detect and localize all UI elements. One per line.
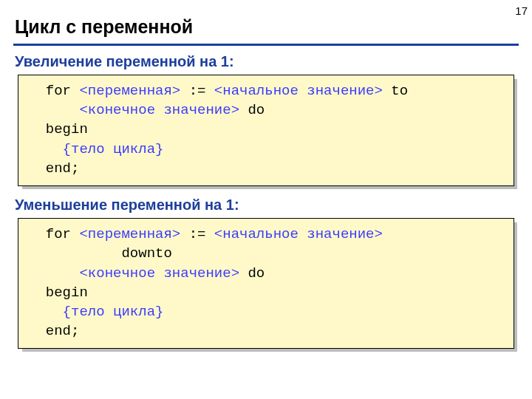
code-text: end; [29,323,79,339]
code-text: end; [29,160,79,177]
code-text [29,265,79,282]
code-block-2: for <переменная> := <начальное значение>… [29,225,506,341]
code-text [29,141,63,157]
code-text: do [239,265,265,282]
section2-subtitle: Уменьшение переменной на 1: [15,197,519,214]
code-box-1: for <переменная> := <начальное значение>… [18,75,514,186]
code-text: for [29,226,79,242]
code-placeholder: <конечное значение> [79,265,239,282]
code-placeholder: <начальное значение> [214,226,383,242]
page-number: 17 [515,4,528,17]
code-placeholder: <начальное значение> [214,83,383,99]
section1-subtitle: Увеличение переменной на 1: [15,53,519,70]
code-block-1: for <переменная> := <начальное значение>… [29,81,506,178]
code-text [29,102,79,118]
code-placeholder: <переменная> [79,226,180,242]
code-text: for [29,83,79,99]
code-placeholder: <конечное значение> [79,102,239,118]
code-box-2: for <переменная> := <начальное значение>… [18,218,514,349]
code-text [29,304,63,320]
code-box-content: for <переменная> := <начальное значение>… [18,75,514,186]
code-text: do [239,102,265,118]
code-box-content: for <переменная> := <начальное значение>… [18,218,514,349]
code-text: := [180,226,214,242]
title-underline [13,44,519,46]
code-placeholder: {тело цикла} [63,304,164,320]
code-text: := [180,83,214,99]
code-placeholder: <переменная> [79,83,180,99]
code-text: to [383,83,408,99]
slide-title: Цикл с переменной [13,9,519,44]
code-placeholder: {тело цикла} [63,141,164,157]
code-text: begin [29,284,88,301]
code-text: begin [29,121,88,137]
code-text: downto [29,245,172,262]
